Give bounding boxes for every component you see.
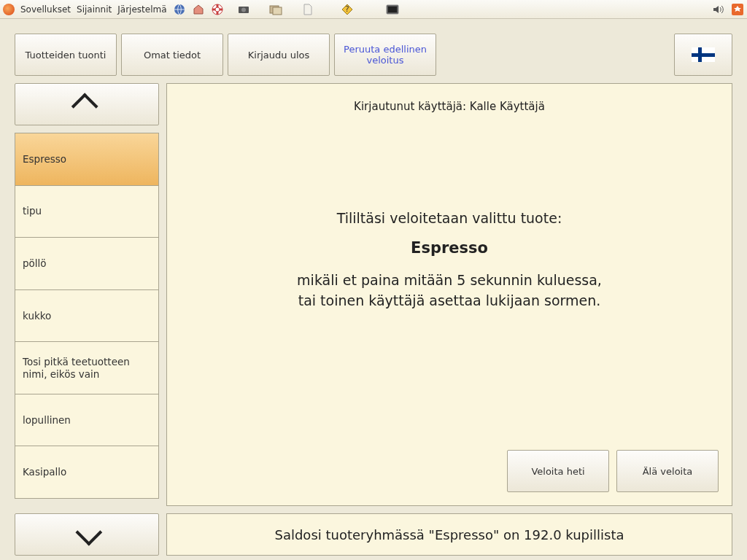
- charge-product-name: Espresso: [180, 239, 719, 257]
- product-sidebar: EspressotipupöllökukkoTosi pitkä teetuot…: [15, 83, 159, 506]
- dont-charge-button[interactable]: Älä veloita: [616, 450, 719, 492]
- home-icon[interactable]: [192, 3, 205, 16]
- svg-rect-6: [273, 7, 282, 15]
- warning-icon[interactable]: ?: [341, 3, 354, 16]
- charge-message-block: Tililtäsi veloitetaan valittu tuote: Esp…: [180, 208, 719, 311]
- charge-intro: Tililtäsi veloitetaan valittu tuote:: [180, 208, 719, 229]
- user-name: Kalle Käyttäjä: [470, 100, 545, 113]
- terminal-icon[interactable]: [386, 3, 399, 16]
- product-item-label: tipu: [23, 205, 42, 217]
- product-item[interactable]: tipu: [15, 186, 159, 238]
- product-item[interactable]: Kasipallo: [15, 446, 159, 499]
- logout-button[interactable]: Kirjaudu ulos: [228, 34, 330, 76]
- charge-line-1: mikäli et paina mitään 5 sekunnin kulues…: [180, 270, 719, 291]
- chevron-down-icon: [75, 519, 102, 546]
- scroll-down-button[interactable]: [15, 513, 159, 556]
- svg-point-2: [215, 7, 220, 12]
- charge-line-2: tai toinen käyttäjä asettaa lukijaan sor…: [180, 290, 719, 311]
- pos-application: Tuotteiden tuonti Omat tiedot Kirjaudu u…: [0, 19, 747, 560]
- balance-bar: Saldosi tuoteryhmässä "Espresso" on 192.…: [166, 513, 732, 556]
- product-item-label: pöllö: [23, 257, 47, 270]
- product-item[interactable]: kukko: [15, 290, 159, 343]
- file-manager-icon[interactable]: [269, 3, 282, 16]
- svg-point-4: [241, 7, 246, 12]
- document-icon[interactable]: [301, 3, 314, 16]
- ubuntu-logo-icon[interactable]: [3, 4, 15, 15]
- logged-in-user-line: Kirjautunut käyttäjä: Kalle Käyttäjä: [180, 100, 719, 113]
- own-info-button[interactable]: Omat tiedot: [121, 34, 223, 76]
- camera-icon[interactable]: [237, 3, 250, 16]
- product-item[interactable]: Tosi pitkä teetuotteen nimi, eikös vain: [15, 342, 159, 394]
- product-item[interactable]: Espresso: [15, 133, 159, 186]
- top-button-row: Tuotteiden tuonti Omat tiedot Kirjaudu u…: [15, 34, 732, 76]
- system-top-panel: Sovellukset Sijainnit Järjestelmä ?: [0, 0, 747, 19]
- cancel-previous-charge-button[interactable]: Peruuta edellinen veloitus: [334, 34, 436, 76]
- user-label-prefix: Kirjautunut käyttäjä:: [354, 100, 470, 113]
- chevron-up-icon: [71, 93, 98, 120]
- menu-system[interactable]: Järjestelmä: [117, 4, 166, 15]
- scroll-up-button[interactable]: [15, 83, 159, 125]
- volume-icon[interactable]: [712, 3, 725, 16]
- menu-applications[interactable]: Sovellukset: [20, 4, 71, 15]
- menu-places[interactable]: Sijainnit: [77, 4, 112, 15]
- product-item-label: Espresso: [23, 153, 66, 166]
- charge-now-button[interactable]: Veloita heti: [507, 450, 609, 492]
- svg-rect-9: [388, 7, 397, 12]
- product-item-label: Kasipallo: [23, 466, 66, 478]
- notification-icon[interactable]: [731, 3, 744, 16]
- product-item-label: Tosi pitkä teetuotteen nimi, eikös vain: [23, 356, 151, 381]
- finland-flag-icon: [692, 47, 715, 62]
- charge-action-buttons: Veloita heti Älä veloita: [180, 450, 719, 492]
- product-list: EspressotipupöllökukkoTosi pitkä teetuot…: [15, 133, 159, 499]
- main-panel: Kirjautunut käyttäjä: Kalle Käyttäjä Til…: [166, 83, 732, 506]
- product-item[interactable]: lopullinen: [15, 394, 159, 447]
- product-item-label: kukko: [23, 310, 51, 322]
- bottom-row: Saldosi tuoteryhmässä "Espresso" on 192.…: [15, 513, 732, 556]
- web-browser-icon[interactable]: [173, 3, 186, 16]
- language-flag-button[interactable]: [674, 34, 732, 76]
- product-item[interactable]: pöllö: [15, 238, 159, 290]
- middle-area: EspressotipupöllökukkoTosi pitkä teetuot…: [15, 83, 732, 506]
- import-products-button[interactable]: Tuotteiden tuonti: [15, 34, 117, 76]
- svg-text:?: ?: [345, 5, 349, 13]
- help-lifebuoy-icon[interactable]: [211, 3, 224, 16]
- product-item-label: lopullinen: [23, 414, 71, 427]
